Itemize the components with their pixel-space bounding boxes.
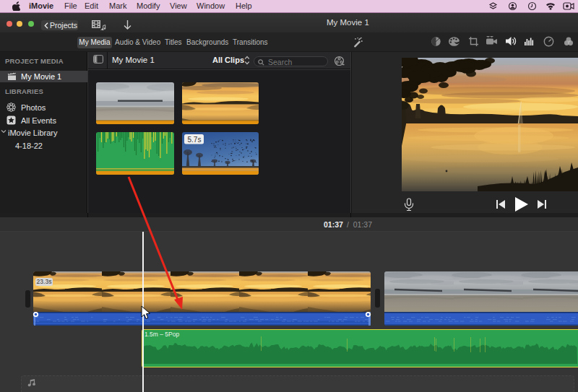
svg-text:5.7s: 5.7s [188,136,202,144]
